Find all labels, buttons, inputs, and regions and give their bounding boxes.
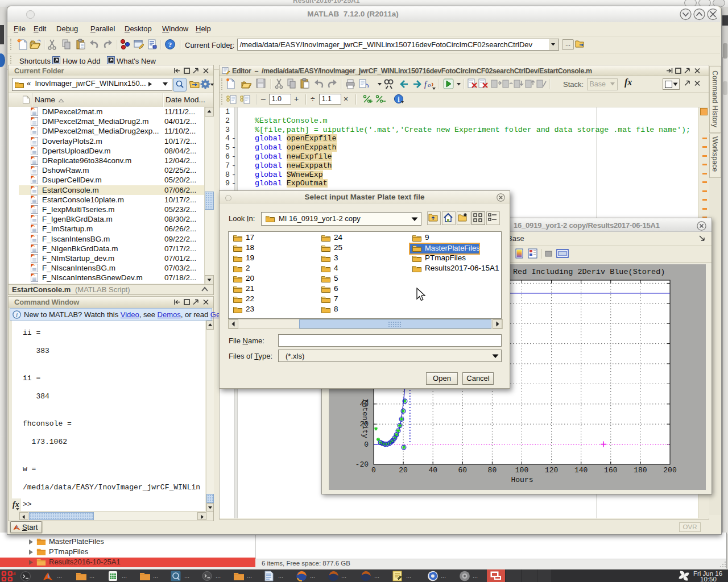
svg-text:60: 60 <box>458 466 467 475</box>
svg-text:80: 80 <box>488 466 497 475</box>
svg-text:40: 40 <box>428 466 437 475</box>
svg-text:o: o <box>428 81 431 88</box>
svg-text:-20: -20 <box>355 460 369 469</box>
svg-text:20: 20 <box>399 466 408 475</box>
svg-text:100: 100 <box>515 466 528 475</box>
svg-text:140: 140 <box>574 466 588 475</box>
svg-text:?: ? <box>168 40 172 49</box>
svg-text:200: 200 <box>663 466 676 475</box>
svg-text:i: i <box>16 311 18 318</box>
svg-text:0: 0 <box>364 440 369 449</box>
svg-text:180: 180 <box>634 466 647 475</box>
svg-text:Red Including 2Deriv Blue(Stor: Red Including 2Deriv Blue(Stored) <box>513 268 665 276</box>
svg-text:Intensity: Intensity <box>361 398 369 438</box>
svg-text:120: 120 <box>545 466 558 475</box>
svg-text:0: 0 <box>371 466 376 475</box>
svg-text:160: 160 <box>604 466 617 475</box>
svg-text:Hours: Hours <box>511 476 533 484</box>
